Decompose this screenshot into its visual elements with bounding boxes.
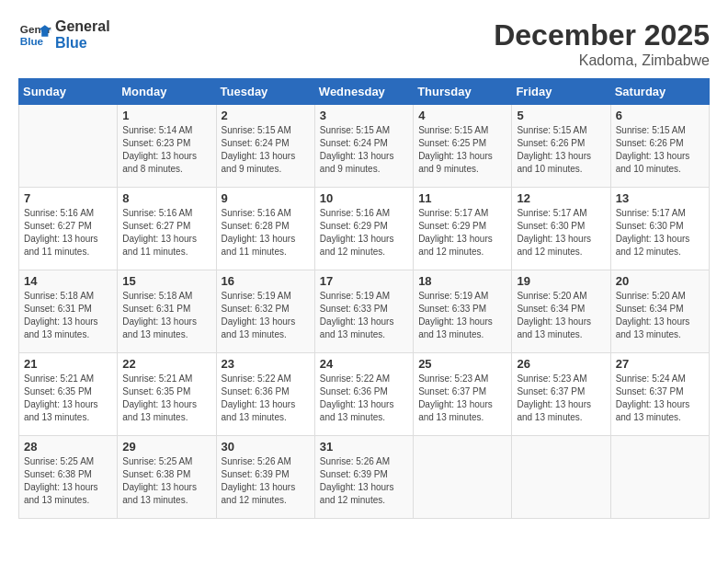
cell-info: Sunrise: 5:23 AM Sunset: 6:37 PM Dayligh…	[418, 373, 506, 424]
day-number: 4	[418, 109, 506, 122]
calendar-cell: 18Sunrise: 5:19 AM Sunset: 6:33 PM Dayli…	[414, 270, 512, 353]
header-monday: Monday	[118, 79, 216, 105]
cell-info: Sunrise: 5:22 AM Sunset: 6:36 PM Dayligh…	[222, 373, 310, 424]
cell-info: Sunrise: 5:18 AM Sunset: 6:31 PM Dayligh…	[24, 290, 112, 341]
day-number: 8	[122, 191, 210, 205]
cell-info: Sunrise: 5:18 AM Sunset: 6:31 PM Dayligh…	[122, 290, 210, 341]
day-number: 7	[24, 191, 112, 205]
cell-info: Sunrise: 5:25 AM Sunset: 6:38 PM Dayligh…	[122, 455, 210, 507]
calendar-cell: 28Sunrise: 5:25 AM Sunset: 6:38 PM Dayli…	[19, 436, 118, 519]
cell-info: Sunrise: 5:15 AM Sunset: 6:26 PM Dayligh…	[517, 124, 605, 176]
calendar-cell: 19Sunrise: 5:20 AM Sunset: 6:34 PM Dayli…	[512, 270, 610, 353]
day-number: 31	[320, 440, 408, 454]
calendar-cell	[610, 436, 709, 519]
day-number: 12	[517, 191, 605, 205]
day-number: 20	[616, 274, 704, 288]
calendar-cell: 16Sunrise: 5:19 AM Sunset: 6:32 PM Dayli…	[216, 270, 314, 353]
day-number: 21	[24, 357, 112, 371]
cell-info: Sunrise: 5:26 AM Sunset: 6:39 PM Dayligh…	[222, 455, 310, 507]
day-number: 14	[24, 274, 112, 288]
calendar-cell: 14Sunrise: 5:18 AM Sunset: 6:31 PM Dayli…	[19, 270, 118, 353]
calendar-cell	[414, 436, 512, 519]
day-number: 23	[222, 357, 310, 371]
cell-info: Sunrise: 5:15 AM Sunset: 6:24 PM Dayligh…	[320, 124, 408, 176]
calendar-table: SundayMondayTuesdayWednesdayThursdayFrid…	[18, 78, 710, 519]
cell-info: Sunrise: 5:20 AM Sunset: 6:34 PM Dayligh…	[616, 290, 704, 341]
day-number: 16	[222, 274, 310, 288]
calendar-cell: 21Sunrise: 5:21 AM Sunset: 6:35 PM Dayli…	[19, 353, 118, 436]
day-number: 9	[222, 191, 310, 205]
header-tuesday: Tuesday	[216, 79, 314, 105]
cell-info: Sunrise: 5:21 AM Sunset: 6:35 PM Dayligh…	[122, 373, 210, 424]
cell-info: Sunrise: 5:16 AM Sunset: 6:27 PM Dayligh…	[122, 207, 210, 259]
logo-icon: General Blue	[18, 18, 51, 52]
day-number: 6	[616, 109, 704, 122]
calendar-cell: 25Sunrise: 5:23 AM Sunset: 6:37 PM Dayli…	[414, 353, 512, 436]
header-saturday: Saturday	[610, 79, 709, 105]
calendar-cell: 13Sunrise: 5:17 AM Sunset: 6:30 PM Dayli…	[610, 188, 709, 270]
calendar-cell: 11Sunrise: 5:17 AM Sunset: 6:29 PM Dayli…	[414, 188, 512, 270]
cell-info: Sunrise: 5:19 AM Sunset: 6:33 PM Dayligh…	[320, 290, 408, 341]
week-row-1: 1Sunrise: 5:14 AM Sunset: 6:23 PM Daylig…	[19, 105, 710, 188]
cell-info: Sunrise: 5:16 AM Sunset: 6:29 PM Dayligh…	[320, 207, 408, 259]
calendar-cell: 17Sunrise: 5:19 AM Sunset: 6:33 PM Dayli…	[314, 270, 413, 353]
calendar-cell: 30Sunrise: 5:26 AM Sunset: 6:39 PM Dayli…	[216, 436, 314, 519]
calendar-cell: 24Sunrise: 5:22 AM Sunset: 6:36 PM Dayli…	[314, 353, 413, 436]
day-number: 1	[122, 109, 210, 122]
cell-info: Sunrise: 5:16 AM Sunset: 6:27 PM Dayligh…	[24, 207, 112, 259]
calendar-cell: 31Sunrise: 5:26 AM Sunset: 6:39 PM Dayli…	[314, 436, 413, 519]
week-row-3: 14Sunrise: 5:18 AM Sunset: 6:31 PM Dayli…	[19, 270, 710, 353]
day-number: 25	[418, 357, 506, 371]
cell-info: Sunrise: 5:25 AM Sunset: 6:38 PM Dayligh…	[24, 455, 112, 507]
calendar-cell	[512, 436, 610, 519]
week-row-5: 28Sunrise: 5:25 AM Sunset: 6:38 PM Dayli…	[19, 436, 710, 519]
day-number: 10	[320, 191, 408, 205]
cell-info: Sunrise: 5:15 AM Sunset: 6:26 PM Dayligh…	[616, 124, 704, 176]
calendar-cell: 2Sunrise: 5:15 AM Sunset: 6:24 PM Daylig…	[216, 105, 314, 188]
calendar-cell: 15Sunrise: 5:18 AM Sunset: 6:31 PM Dayli…	[118, 270, 216, 353]
day-number: 22	[122, 357, 210, 371]
day-number: 19	[517, 274, 605, 288]
calendar-cell: 3Sunrise: 5:15 AM Sunset: 6:24 PM Daylig…	[314, 105, 413, 188]
calendar-cell: 26Sunrise: 5:23 AM Sunset: 6:37 PM Dayli…	[512, 353, 610, 436]
svg-text:Blue: Blue	[20, 35, 44, 47]
calendar-cell: 20Sunrise: 5:20 AM Sunset: 6:34 PM Dayli…	[610, 270, 709, 353]
cell-info: Sunrise: 5:22 AM Sunset: 6:36 PM Dayligh…	[320, 373, 408, 424]
cell-info: Sunrise: 5:19 AM Sunset: 6:33 PM Dayligh…	[418, 290, 506, 341]
calendar-cell: 22Sunrise: 5:21 AM Sunset: 6:35 PM Dayli…	[118, 353, 216, 436]
calendar-cell: 29Sunrise: 5:25 AM Sunset: 6:38 PM Dayli…	[118, 436, 216, 519]
cell-info: Sunrise: 5:23 AM Sunset: 6:37 PM Dayligh…	[517, 373, 605, 424]
calendar-cell: 8Sunrise: 5:16 AM Sunset: 6:27 PM Daylig…	[118, 188, 216, 270]
day-number: 2	[222, 109, 310, 122]
day-number: 5	[517, 109, 605, 122]
day-number: 13	[616, 191, 704, 205]
cell-info: Sunrise: 5:15 AM Sunset: 6:24 PM Dayligh…	[222, 124, 310, 176]
month-year-title: December 2025	[494, 18, 710, 52]
page-header: General Blue General Blue December 2025 …	[18, 18, 710, 69]
day-number: 3	[320, 109, 408, 122]
calendar-cell: 5Sunrise: 5:15 AM Sunset: 6:26 PM Daylig…	[512, 105, 610, 188]
day-number: 30	[222, 440, 310, 454]
calendar-cell: 23Sunrise: 5:22 AM Sunset: 6:36 PM Dayli…	[216, 353, 314, 436]
cell-info: Sunrise: 5:17 AM Sunset: 6:30 PM Dayligh…	[517, 207, 605, 259]
calendar-cell: 27Sunrise: 5:24 AM Sunset: 6:37 PM Dayli…	[610, 353, 709, 436]
day-number: 27	[616, 357, 704, 371]
day-number: 28	[24, 440, 112, 454]
cell-info: Sunrise: 5:14 AM Sunset: 6:23 PM Dayligh…	[122, 124, 210, 176]
cell-info: Sunrise: 5:16 AM Sunset: 6:28 PM Dayligh…	[222, 207, 310, 259]
logo: General Blue General Blue	[18, 18, 110, 52]
header-sunday: Sunday	[19, 79, 118, 105]
day-number: 29	[122, 440, 210, 454]
week-row-2: 7Sunrise: 5:16 AM Sunset: 6:27 PM Daylig…	[19, 188, 710, 270]
header-wednesday: Wednesday	[314, 79, 413, 105]
day-number: 18	[418, 274, 506, 288]
header-friday: Friday	[512, 79, 610, 105]
title-block: December 2025 Kadoma, Zimbabwe	[494, 18, 710, 69]
calendar-cell: 9Sunrise: 5:16 AM Sunset: 6:28 PM Daylig…	[216, 188, 314, 270]
calendar-cell: 12Sunrise: 5:17 AM Sunset: 6:30 PM Dayli…	[512, 188, 610, 270]
calendar-cell: 10Sunrise: 5:16 AM Sunset: 6:29 PM Dayli…	[314, 188, 413, 270]
location-label: Kadoma, Zimbabwe	[494, 52, 710, 69]
header-thursday: Thursday	[414, 79, 512, 105]
calendar-cell: 7Sunrise: 5:16 AM Sunset: 6:27 PM Daylig…	[19, 188, 118, 270]
logo-blue: Blue	[55, 35, 110, 52]
